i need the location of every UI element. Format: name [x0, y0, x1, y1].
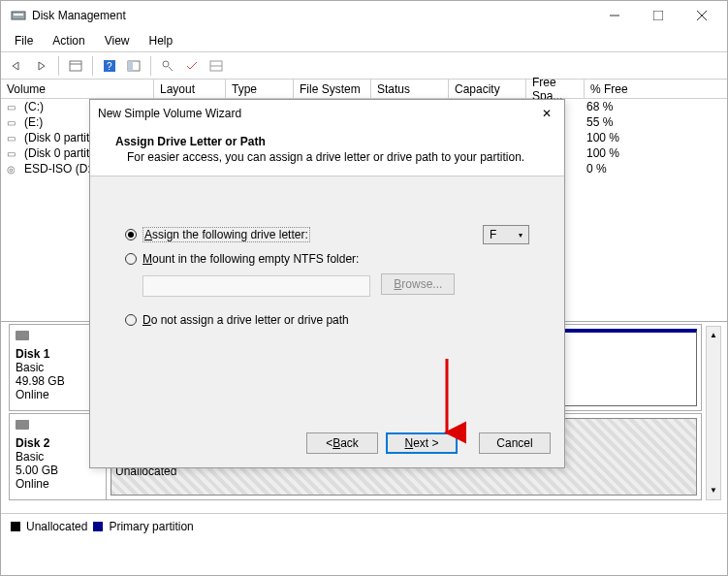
svg-rect-1	[14, 14, 23, 16]
col-status[interactable]: Status	[371, 80, 449, 98]
title-bar: Disk Management	[1, 1, 727, 30]
disk-icon	[16, 331, 29, 340]
svg-rect-3	[653, 11, 663, 20]
legend-label: Primary partition	[109, 520, 193, 533]
volume-pctfree: 68 %	[586, 100, 613, 113]
drive-letter-select[interactable]: F ▾	[483, 225, 529, 244]
col-filesystem[interactable]: File System	[294, 80, 371, 98]
svg-rect-13	[128, 61, 133, 71]
scroll-down-icon[interactable]: ▼	[707, 482, 720, 497]
disk-type: Basic	[16, 450, 100, 464]
svg-text:?: ?	[107, 61, 112, 72]
dialog-footer: < Back Next > Cancel	[306, 432, 551, 454]
drive-icon: ▭	[7, 102, 20, 112]
svg-point-14	[163, 61, 169, 67]
menu-action[interactable]: Action	[43, 32, 94, 49]
radio-assign-letter[interactable]: Assign the following drive letter: F ▾	[125, 225, 529, 244]
app-icon	[11, 8, 26, 23]
view-grid-icon[interactable]	[65, 55, 86, 77]
legend-label: Unallocated	[26, 520, 87, 533]
legend-swatch-unallocated	[11, 522, 20, 531]
svg-marker-7	[39, 62, 45, 70]
svg-rect-8	[70, 61, 81, 71]
disk-status: Online	[16, 388, 100, 401]
search-icon[interactable]	[157, 55, 178, 77]
close-icon[interactable]: ✕	[537, 107, 556, 120]
dialog-body: Assign the following drive letter: F ▾ M…	[90, 176, 564, 327]
volume-pctfree: 0 %	[586, 162, 607, 176]
dialog-heading: Assign Drive Letter or Path	[115, 135, 539, 148]
forward-icon[interactable]	[31, 55, 52, 77]
next-button[interactable]: Next >	[386, 432, 458, 454]
maximize-button[interactable]	[636, 2, 680, 29]
dialog-header: Assign Drive Letter or Path For easier a…	[90, 127, 564, 176]
disc-icon: ◎	[7, 164, 20, 175]
volume-pctfree: 100 %	[586, 146, 619, 160]
disk-status: Online	[16, 477, 100, 491]
drive-icon: ▭	[7, 117, 20, 128]
col-volume[interactable]: Volume	[1, 80, 154, 98]
col-layout[interactable]: Layout	[154, 80, 226, 98]
toolbar: ?	[1, 52, 727, 80]
panel-icon[interactable]	[123, 55, 144, 77]
col-pctfree[interactable]: % Free	[585, 80, 727, 98]
scrollbar-vertical[interactable]: ▲ ▼	[706, 326, 721, 500]
check-icon[interactable]	[181, 55, 203, 77]
drive-icon: ▭	[7, 148, 20, 159]
wizard-dialog: New Simple Volume Wizard ✕ Assign Drive …	[89, 99, 565, 468]
dialog-titlebar: New Simple Volume Wizard ✕	[90, 100, 564, 127]
col-freespace[interactable]: Free Spa...	[526, 80, 585, 98]
disk-name: Disk 1	[16, 347, 100, 361]
back-button[interactable]: < Back	[306, 432, 378, 454]
back-icon[interactable]	[7, 55, 28, 77]
legend: Unallocated Primary partition	[1, 513, 727, 538]
legend-swatch-primary	[93, 522, 103, 531]
drive-icon: ▭	[7, 133, 20, 144]
menu-help[interactable]: Help	[140, 32, 183, 49]
menu-file[interactable]: File	[5, 32, 43, 49]
radio-icon	[125, 253, 137, 265]
radio-mount-folder[interactable]: Mount in the following empty NTFS folder…	[125, 252, 529, 266]
col-type[interactable]: Type	[226, 80, 294, 98]
chevron-down-icon: ▾	[519, 231, 522, 240]
radio-icon	[125, 314, 137, 326]
menu-bar: File Action View Help	[1, 30, 727, 51]
radio-label: Assign the following drive letter:	[142, 227, 310, 242]
disk-name: Disk 2	[16, 436, 100, 450]
radio-label: Do not assign a drive letter or drive pa…	[142, 313, 349, 327]
drive-letter-value: F	[490, 228, 496, 241]
browse-button: Browse...	[381, 273, 455, 295]
dialog-title: New Simple Volume Wizard	[98, 107, 537, 120]
disk-size: 49.98 GB	[16, 374, 100, 388]
col-capacity[interactable]: Capacity	[449, 80, 526, 98]
close-button[interactable]	[680, 2, 723, 29]
svg-marker-6	[13, 62, 18, 70]
ntfs-folder-input	[142, 275, 370, 297]
cancel-button[interactable]: Cancel	[479, 432, 551, 454]
disk-type: Basic	[16, 361, 100, 374]
list-icon[interactable]	[206, 55, 227, 77]
window-title: Disk Management	[32, 9, 592, 22]
volume-columns-header: Volume Layout Type File System Status Ca…	[1, 80, 727, 99]
minimize-button[interactable]	[592, 2, 636, 29]
menu-view[interactable]: View	[95, 32, 140, 49]
scroll-up-icon[interactable]: ▲	[707, 327, 720, 342]
help-icon[interactable]: ?	[99, 55, 120, 77]
dialog-subheading: For easier access, you can assign a driv…	[115, 150, 539, 164]
disk-icon	[16, 420, 29, 430]
volume-pctfree: 100 %	[586, 131, 619, 144]
disk-size: 5.00 GB	[16, 464, 100, 477]
volume-pctfree: 55 %	[586, 115, 613, 129]
radio-no-assign[interactable]: Do not assign a drive letter or drive pa…	[125, 313, 529, 327]
radio-icon	[125, 229, 137, 240]
svg-line-15	[169, 67, 173, 71]
radio-label: Mount in the following empty NTFS folder…	[142, 252, 359, 266]
